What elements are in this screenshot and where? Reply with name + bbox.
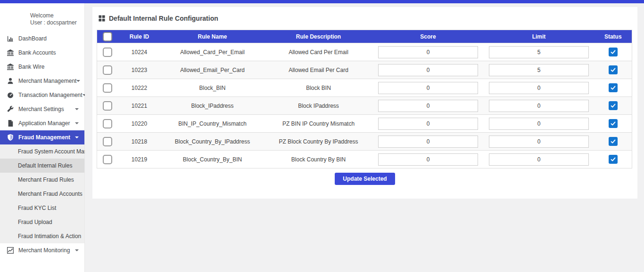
chart-line-icon xyxy=(7,247,14,254)
sidebar-subitem-merchant-fraud-accounts[interactable]: Merchant Fraud Accounts xyxy=(0,187,84,201)
header-rule-name: Rule Name xyxy=(161,30,264,43)
shield-icon xyxy=(7,134,14,141)
sidebar-subitem-fraud-kyc-list[interactable]: Fraud KYC List xyxy=(0,201,84,215)
sidebar-item-bank-accounts[interactable]: Bank Accounts xyxy=(0,46,84,60)
limit-input[interactable] xyxy=(489,64,589,76)
row-checkbox[interactable] xyxy=(103,48,112,57)
bank-icon xyxy=(7,64,14,71)
status-checkbox[interactable] xyxy=(609,48,618,56)
rule-id-cell: 10221 xyxy=(118,97,161,115)
status-checkbox[interactable] xyxy=(609,119,618,128)
rule-id-cell: 10220 xyxy=(118,115,161,133)
sidebar-item-bank-wire[interactable]: Bank Wire xyxy=(0,60,84,74)
sidebar-item-merchant-management[interactable]: Merchant Management xyxy=(0,74,84,88)
rule-name-cell: Block_Country_By_IPaddress xyxy=(161,133,264,151)
rule-name-cell: Block_IPaddress xyxy=(161,97,264,115)
status-checkbox[interactable] xyxy=(609,65,618,74)
sidebar-item-label: Transaction Management xyxy=(18,92,83,98)
sidebar-item-merchant-settings[interactable]: Merchant Settings xyxy=(0,102,84,116)
status-checkbox[interactable] xyxy=(609,137,618,146)
sidebar-item-label: Application Manager xyxy=(18,120,70,127)
sidebar-subitem-merchant-fraud-rules[interactable]: Merchant Fraud Rules xyxy=(0,173,84,187)
sidebar: Welcome User : docspartner DashBoard Ban… xyxy=(0,3,85,272)
button-row: Update Selected xyxy=(97,173,633,185)
rule-id-cell: 10224 xyxy=(118,43,161,61)
sidebar-item-transaction-management[interactable]: Transaction Management xyxy=(0,88,84,102)
rule-description-cell: Block BIN xyxy=(264,79,373,97)
bar-chart-icon xyxy=(7,35,14,42)
rule-description-cell: Allowed Card Per Email xyxy=(264,43,373,61)
header-rule-id: Rule ID xyxy=(118,30,161,43)
rules-table: Rule ID Rule Name Rule Description Score… xyxy=(97,30,632,168)
score-input[interactable] xyxy=(378,136,478,148)
rule-description-cell: Block IPaddress xyxy=(264,97,373,115)
table-row: 10219 Block_Country_By_BIN Block Country… xyxy=(97,151,632,168)
update-selected-button[interactable]: Update Selected xyxy=(335,173,395,185)
rule-id-cell: 10222 xyxy=(118,79,161,97)
table-row: 10218 Block_Country_By_IPaddress PZ Bloc… xyxy=(97,133,632,151)
rule-id-cell: 10218 xyxy=(118,133,161,151)
caret-down-icon xyxy=(75,249,79,251)
row-checkbox[interactable] xyxy=(103,101,112,111)
sidebar-item-merchant-monitoring[interactable]: Merchant Monitoring xyxy=(0,243,84,257)
rule-name-cell: Block_BIN xyxy=(161,79,264,97)
header-limit: Limit xyxy=(484,30,594,43)
rule-name-cell: BIN_IP_Country_Mismatch xyxy=(161,115,264,133)
row-checkbox[interactable] xyxy=(103,119,112,128)
status-checkbox[interactable] xyxy=(609,155,618,164)
main-content: Default Internal Rule Configuration Rule… xyxy=(85,3,644,272)
score-input[interactable] xyxy=(378,100,478,112)
rule-configuration-card: Default Internal Rule Configuration Rule… xyxy=(92,7,637,199)
table-row: 10223 Allowed_Email_Per_Card Allowed Ema… xyxy=(97,61,632,79)
sidebar-item-application-manager[interactable]: Application Manager xyxy=(0,116,84,130)
page-title: Default Internal Rule Configuration xyxy=(97,15,633,22)
fraud-submenu: Fraud System Account Master Default Inte… xyxy=(0,144,84,243)
table-row: 10222 Block_BIN Block BIN xyxy=(97,79,632,97)
row-checkbox[interactable] xyxy=(103,137,112,146)
score-input[interactable] xyxy=(378,82,478,94)
rule-id-cell: 10223 xyxy=(118,61,161,79)
limit-input[interactable] xyxy=(489,118,589,130)
sidebar-item-label: Merchant Monitoring xyxy=(18,247,70,254)
score-input[interactable] xyxy=(378,153,478,166)
limit-input[interactable] xyxy=(489,136,589,148)
row-checkbox[interactable] xyxy=(103,83,112,93)
caret-down-icon xyxy=(75,136,79,138)
limit-input[interactable] xyxy=(489,153,589,166)
limit-input[interactable] xyxy=(489,82,589,94)
sidebar-item-label: Merchant Management xyxy=(18,78,76,84)
limit-input[interactable] xyxy=(489,46,589,58)
welcome-block: Welcome User : docspartner xyxy=(0,3,84,26)
sidebar-subitem-fraud-intimation-action[interactable]: Fraud Intimation & Action xyxy=(0,229,84,243)
row-checkbox[interactable] xyxy=(103,155,112,164)
sidebar-subitem-fraud-system-account-master[interactable]: Fraud System Account Master xyxy=(0,144,84,159)
sidebar-subitem-fraud-upload[interactable]: Fraud Upload xyxy=(0,215,84,229)
table-row: 10221 Block_IPaddress Block IPaddress xyxy=(97,97,632,115)
caret-down-icon xyxy=(75,122,79,124)
rule-name-cell: Allowed_Card_Per_Email xyxy=(161,43,264,61)
rule-description-cell: Block Country By BIN xyxy=(264,151,373,168)
grid-icon xyxy=(99,15,105,22)
caret-down-icon xyxy=(76,80,80,82)
header-status: Status xyxy=(594,30,632,43)
sidebar-item-dashboard[interactable]: DashBoard xyxy=(0,32,84,46)
score-input[interactable] xyxy=(378,64,478,76)
sidebar-item-fraud-management[interactable]: Fraud Management xyxy=(0,130,84,144)
sidebar-subitem-default-internal-rules[interactable]: Default Internal Rules xyxy=(0,159,84,173)
caret-down-icon xyxy=(75,108,79,110)
tachometer-icon xyxy=(7,92,14,99)
rule-name-cell: Allowed_Email_Per_Card xyxy=(161,61,264,79)
user-icon xyxy=(7,78,14,85)
select-all-checkbox[interactable] xyxy=(103,32,112,41)
score-input[interactable] xyxy=(378,118,478,130)
limit-input[interactable] xyxy=(489,100,589,112)
status-checkbox[interactable] xyxy=(609,83,618,92)
header-rule-description: Rule Description xyxy=(264,30,373,43)
status-checkbox[interactable] xyxy=(609,101,618,110)
score-input[interactable] xyxy=(378,46,478,58)
wrench-icon xyxy=(7,106,14,113)
table-row: 10220 BIN_IP_Country_Mismatch PZ BIN IP … xyxy=(97,115,632,133)
rule-description-cell: Allowed Email Per Card xyxy=(264,61,373,79)
bank-icon xyxy=(7,49,14,56)
row-checkbox[interactable] xyxy=(103,65,112,75)
